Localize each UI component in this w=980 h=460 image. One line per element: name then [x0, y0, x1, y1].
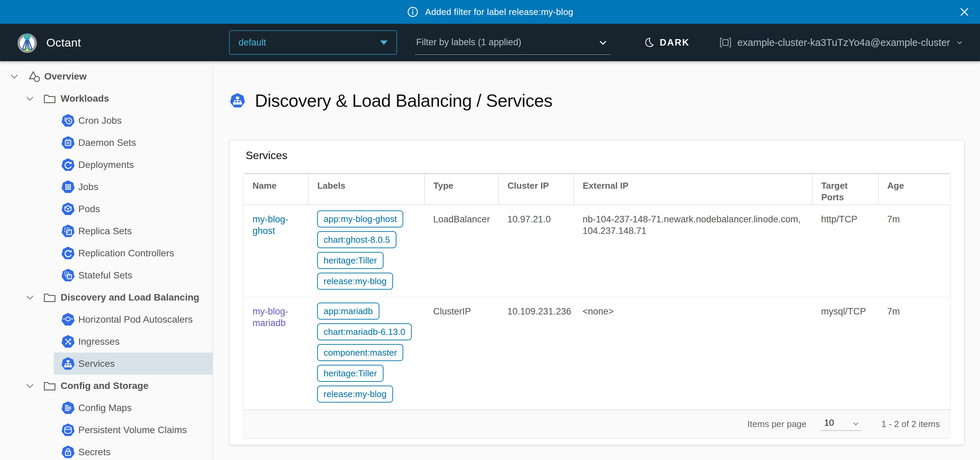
sidebar-item-label: Config and Storage	[60, 381, 148, 391]
type-cell: LoadBalancer	[424, 205, 498, 297]
card-title: Services	[246, 149, 964, 162]
label-badge[interactable]: app:mariadb	[317, 303, 379, 320]
namespace-value: default	[239, 37, 266, 48]
services-table: NameLabelsTypeCluster IPExternal IPTarge…	[243, 173, 950, 410]
sidebar-item-label: Jobs	[78, 182, 98, 192]
column-header-external-ip: External IP	[574, 174, 812, 205]
label-badge[interactable]: release:my-blog	[317, 273, 393, 290]
items-per-page-value: 10	[824, 417, 834, 428]
cluster-context-dropdown[interactable]: example-cluster-ka3TuTzYo4a@example-clus…	[719, 36, 964, 49]
folder-icon	[43, 92, 56, 105]
cluster-ip-cell: 10.97.21.0	[498, 205, 574, 297]
chevron-down-icon[interactable]	[10, 72, 19, 81]
replication-controllers-icon	[60, 246, 76, 261]
target-ports-cell: http/TCP	[812, 205, 878, 297]
overview-icon	[27, 69, 41, 84]
label-badge[interactable]: app:my-blog-ghost	[317, 211, 403, 227]
column-header-cluster-ip: Cluster IP	[498, 174, 574, 205]
cron-jobs-icon	[60, 113, 76, 128]
replica-sets-icon	[60, 224, 76, 239]
sidebar-item-deployments[interactable]: Deployments	[0, 154, 213, 176]
chevron-down-icon[interactable]	[25, 293, 35, 302]
moon-icon	[644, 37, 655, 48]
label-badge[interactable]: heritage:Tiller	[317, 252, 383, 269]
sidebar-item-label: Replica Sets	[78, 226, 132, 236]
sidebar-item-label: Persistent Volume Claims	[78, 425, 187, 436]
jobs-icon	[60, 179, 76, 195]
services-icon	[229, 92, 246, 109]
sidebar-item-jobs[interactable]: Jobs	[0, 176, 213, 198]
label-badge[interactable]: heritage:Tiller	[317, 365, 383, 382]
sidebar-item-pods[interactable]: Pods	[0, 198, 213, 220]
column-header-labels: Labels	[308, 174, 424, 205]
table-row: my-blog-ghostapp:my-blog-ghostchart:ghos…	[243, 205, 950, 297]
sidebar-item-replication-controllers[interactable]: Replication Controllers	[0, 242, 213, 264]
target-ports-cell: mysql/TCP	[812, 297, 878, 410]
sidebar-item-label: Discovery and Load Balancing	[60, 292, 199, 303]
namespace-dropdown[interactable]: default	[229, 30, 397, 55]
label-badge[interactable]: release:my-blog	[317, 385, 393, 403]
sidebar-item-cron-jobs[interactable]: Cron Jobs	[0, 109, 213, 132]
sidebar-item-label: Secrets	[78, 447, 111, 458]
sidebar-group-discovery-and-load-balancing[interactable]: Discovery and Load Balancing	[0, 286, 213, 308]
folder-icon	[43, 379, 56, 393]
info-icon	[407, 6, 418, 18]
notification-message-wrap: Added filter for label release:my-blog	[407, 6, 573, 18]
app-header: Octant default Filter by labels (1 appli…	[0, 24, 980, 61]
sidebar-item-services[interactable]: Services	[0, 352, 213, 375]
chevron-down-icon	[851, 419, 860, 428]
chevron-down-icon[interactable]	[25, 94, 35, 103]
services-card: Services NameLabelsTypeCluster IPExterna…	[229, 140, 965, 445]
table-row: my-blog-mariadbapp:mariadbchart:mariadb-…	[243, 297, 950, 410]
label-filter-text: Filter by labels (1 applied)	[416, 37, 521, 48]
sidebar-item-secrets[interactable]: Secrets	[0, 441, 213, 460]
label-badge[interactable]: chart:mariadb-6.13.0	[317, 323, 412, 340]
service-link[interactable]: my-blog-ghost	[253, 214, 288, 236]
page-title-row: Discovery & Load Balancing / Services	[229, 90, 980, 111]
sidebar-item-label: Replication Controllers	[78, 248, 174, 259]
sidebar-item-label: Cron Jobs	[78, 115, 122, 126]
chevron-down-icon	[598, 37, 608, 48]
sidebar-group-workloads[interactable]: Workloads	[0, 87, 213, 109]
column-header-age: Age	[878, 174, 950, 205]
items-per-page-label: Items per page	[748, 419, 807, 430]
label-filter-dropdown[interactable]: Filter by labels (1 applied)	[415, 30, 611, 55]
sidebar-group-config-and-storage[interactable]: Config and Storage	[0, 375, 213, 397]
horizontal-pod-autoscalers-icon	[60, 312, 76, 327]
datagrid-footer: Items per page 10 1 - 2 of 2 items	[243, 410, 950, 438]
sidebar-item-persistent-volume-claims[interactable]: Persistent Volume Claims	[0, 419, 213, 441]
sidebar-item-label: Pods	[78, 204, 100, 214]
services-icon	[60, 356, 76, 371]
notification-bar: Added filter for label release:my-blog	[0, 0, 980, 24]
sidebar-item-label: Deployments	[78, 159, 134, 170]
dark-theme-toggle[interactable]: DARK	[642, 37, 692, 48]
sidebar-item-replica-sets[interactable]: Replica Sets	[0, 220, 213, 242]
cluster-icon	[719, 36, 732, 49]
chevron-down-icon[interactable]	[25, 381, 35, 391]
close-icon[interactable]	[957, 5, 972, 19]
table-header-row: NameLabelsTypeCluster IPExternal IPTarge…	[243, 174, 950, 205]
items-per-page-select[interactable]: 10	[821, 417, 862, 431]
sidebar-item-horizontal-pod-autoscalers[interactable]: Horizontal Pod Autoscalers	[0, 308, 213, 330]
notification-text: Added filter for label release:my-blog	[425, 7, 573, 17]
type-cell: ClusterIP	[424, 297, 498, 410]
sidebar-item-ingresses[interactable]: Ingresses	[0, 330, 213, 352]
sidebar-item-label: Overview	[44, 71, 87, 82]
age-cell: 7m	[878, 205, 950, 297]
persistent-volume-claims-icon	[60, 423, 76, 438]
column-header-target-ports: Target Ports	[812, 174, 878, 205]
sidebar-item-stateful-sets[interactable]: Stateful Sets	[0, 264, 213, 286]
service-link[interactable]: my-blog-mariadb	[253, 306, 288, 328]
label-badge[interactable]: chart:ghost-8.0.5	[317, 231, 396, 248]
sidebar-item-overview[interactable]: Overview	[0, 65, 213, 87]
sidebar-item-daemon-sets[interactable]: Daemon Sets	[0, 132, 213, 154]
sidebar-item-label: Stateful Sets	[78, 270, 132, 281]
sidebar-item-label: Services	[78, 358, 115, 369]
label-badge[interactable]: component:master	[317, 344, 403, 361]
secrets-icon	[60, 445, 76, 460]
sidebar-item-config-maps[interactable]: Config Maps	[0, 397, 213, 419]
brand[interactable]: Octant	[16, 32, 81, 53]
age-cell: 7m	[878, 297, 950, 410]
cluster-ip-cell: 10.109.231.236	[498, 297, 574, 410]
sidebar-tree: OverviewWorkloadsCron JobsDaemon SetsDep…	[0, 61, 213, 460]
